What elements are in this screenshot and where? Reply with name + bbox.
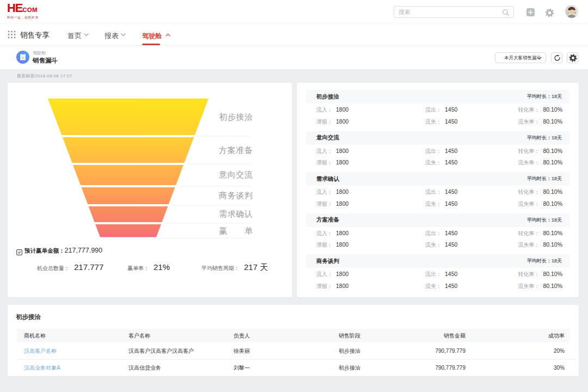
stage-group-header: 商务谈判平均时长：18天 <box>306 254 569 268</box>
metric-pair: 滞留：1800 <box>316 238 348 250</box>
metric-label: 流入： <box>316 271 333 277</box>
metric-pair: 流出：1450 <box>425 227 457 239</box>
stage-avg-duration: 平均时长：18天 <box>527 217 562 224</box>
metric-label: 流出： <box>425 189 442 195</box>
table-cell: 790,779.779 <box>389 342 465 360</box>
metric-pair: 流入：1800 <box>316 186 348 198</box>
stage-group-header: 需求确认平均时长：18天 <box>306 172 569 186</box>
stat-win-rate: 赢单率：21% <box>127 262 170 272</box>
metric-value: 1450 <box>445 271 457 277</box>
metric-label: 流入： <box>316 189 333 195</box>
opportunity-link[interactable]: 汉高客户名称 <box>24 342 57 360</box>
opportunity-link[interactable]: 汉高业务对象A <box>24 360 60 376</box>
metric-value: 80.10% <box>543 271 562 277</box>
funnel-segment[interactable] <box>89 206 168 222</box>
metric-label: 流失： <box>425 242 442 248</box>
workspace-name[interactable]: 销售专享 <box>20 30 50 40</box>
metric-value: 80.10% <box>543 148 562 154</box>
dashboard-doc-icon <box>16 51 29 64</box>
search-box[interactable] <box>394 6 514 18</box>
metric-value: 80.10% <box>543 188 562 195</box>
metric-value: 80.10% <box>543 230 562 236</box>
metric-label: 流失： <box>425 201 442 207</box>
stage-avg-duration: 平均时长：18天 <box>527 175 562 182</box>
table-column-header: 成功率 <box>521 329 565 342</box>
expected-amount-label: 预计赢单金额： <box>24 247 65 254</box>
metric-value: 1800 <box>336 188 348 195</box>
nav-item-reports[interactable]: 报表 <box>105 31 119 41</box>
stage-group: 初步接洽平均时长：18天流入：1800流出：1450转化率：80.10%滞留：1… <box>306 90 569 127</box>
metric-pair: 流失：1450 <box>425 156 457 168</box>
metric-pair: 滞留：1800 <box>316 280 348 292</box>
metric-label: 流入： <box>316 107 333 113</box>
refresh-button[interactable] <box>551 52 562 63</box>
metric-pair: 流入：1800 <box>316 103 348 115</box>
nav-item-home[interactable]: 首页 <box>68 31 82 41</box>
funnel-segment[interactable] <box>73 165 183 185</box>
search-input[interactable] <box>399 7 499 17</box>
search-icon[interactable] <box>502 9 510 19</box>
metric-pair: 流失：1450 <box>425 280 457 292</box>
stage-group: 方案准备平均时长：18天流入：1800流出：1450转化率：80.10%滞留：1… <box>306 213 569 250</box>
table-header-row: 商机名称客户名称负责人销售阶段销售金额成功率 <box>8 329 579 342</box>
metric-label: 流出： <box>425 148 442 154</box>
stage-name: 初步接洽 <box>316 93 339 101</box>
table-column-header: 负责人 <box>234 329 250 342</box>
table-cell: 刘黎一 <box>234 360 250 376</box>
user-avatar[interactable] <box>565 5 578 18</box>
filter-selected-value: 本月大客销售漏斗 <box>504 56 541 60</box>
metric-label: 滞留： <box>316 283 333 289</box>
metric-pair: 流失率：80.10% <box>518 238 562 250</box>
metric-label: 流失： <box>425 160 442 166</box>
metric-value: 1450 <box>445 106 457 113</box>
metric-pair: 流出：1450 <box>425 186 457 198</box>
active-tab-underline <box>142 44 160 45</box>
add-button[interactable] <box>526 8 535 16</box>
stage-metric-row: 滞留：1800流失：1450流失率：80.10% <box>306 280 569 292</box>
metric-value: 80.10% <box>543 241 562 248</box>
table-cell: 徐美丽 <box>234 342 250 360</box>
metric-pair: 转化率：80.10% <box>518 268 562 280</box>
funnel-segment[interactable] <box>82 187 175 204</box>
funnel-segment[interactable] <box>95 224 161 237</box>
metric-label: 流失率： <box>518 119 540 125</box>
table-cell: 初步接洽 <box>339 360 360 376</box>
metric-pair: 流出：1450 <box>425 145 457 157</box>
metric-label: 滞留： <box>316 160 333 166</box>
funnel-stage-label: 赢单 <box>219 225 253 236</box>
metric-value: 1800 <box>336 159 348 166</box>
nav-bar: 销售专享 首页 报表 驾驶舱 <box>0 23 588 46</box>
metric-pair: 转化率：80.10% <box>518 227 562 239</box>
table-title: 初步接洽 <box>16 313 41 321</box>
metric-value: 1450 <box>445 241 457 248</box>
stage-group: 需求确认平均时长：18天流入：1800流出：1450转化率：80.10%滞留：1… <box>306 172 569 209</box>
settings-button[interactable] <box>567 52 578 63</box>
table-row: 汉高客户名称汉高客户汉高客户汉高客户徐美丽初步接洽790,779.77920% <box>8 342 579 360</box>
logo-text: HECOM <box>7 3 39 15</box>
funnel-filter-select[interactable]: 本月大客销售漏斗 <box>495 52 546 63</box>
funnel-segment[interactable] <box>63 137 194 163</box>
logo-com: COM <box>22 7 38 13</box>
stat-label: 机会总数量： <box>37 265 70 271</box>
apps-grid-icon[interactable] <box>8 30 16 41</box>
metric-label: 流出： <box>425 230 442 236</box>
stage-avg-duration: 平均时长：18天 <box>527 134 562 142</box>
settings-gear-icon[interactable] <box>545 8 554 17</box>
metric-value: 1450 <box>445 188 457 195</box>
metric-label: 流失率： <box>518 283 540 289</box>
table-cell: 20% <box>521 342 565 360</box>
metric-pair: 流失：1450 <box>425 198 457 210</box>
metric-pair: 流入：1800 <box>316 227 348 239</box>
metric-pair: 滞留：1800 <box>316 198 348 210</box>
nav-item-cockpit-active[interactable]: 驾驶舱 <box>142 32 162 41</box>
stage-name: 商务谈判 <box>316 258 339 265</box>
metric-value: 1800 <box>336 118 348 125</box>
metric-label: 转化率： <box>518 107 540 113</box>
table-cell: 30% <box>521 360 565 376</box>
funnel-segment[interactable] <box>48 99 209 135</box>
funnel-card: 初步接洽方案准备意向交流商务谈判需求确认赢单 预计赢单金额：217,777.99… <box>8 83 292 297</box>
hecom-logo[interactable]: HECOM 和你一起，创想未来 <box>7 3 39 20</box>
stat-total-opportunities: 机会总数量：217.777 <box>37 262 103 272</box>
metric-value: 1800 <box>336 200 348 207</box>
chevron-down-icon <box>537 57 542 60</box>
